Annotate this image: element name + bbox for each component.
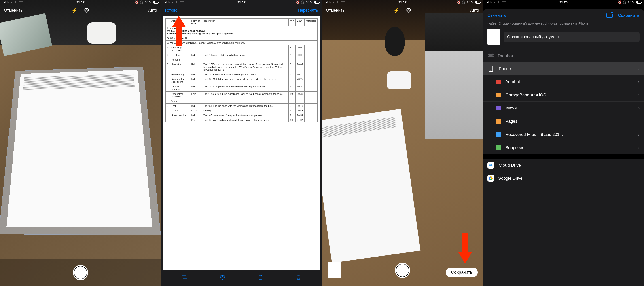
table-cell: Prediction <box>170 62 190 72</box>
table-cell <box>170 118 190 122</box>
table-cell <box>304 104 318 108</box>
table-cell <box>166 72 170 77</box>
retake-button[interactable]: Переснять <box>298 8 318 13</box>
folder-item[interactable]: Pages › <box>483 115 644 128</box>
table-row: Freer practiceIndTask 6A Write down five… <box>166 113 318 118</box>
network-label: LTE <box>340 0 345 4</box>
auto-button[interactable]: Авто <box>148 8 157 13</box>
table-cell: 6 <box>289 104 296 108</box>
location-icloud[interactable]: iCloud Drive › <box>483 159 644 172</box>
col-num <box>166 18 170 26</box>
delete-icon[interactable] <box>296 274 302 282</box>
table-cell: Task 3A Read the texts and check your an… <box>202 72 289 77</box>
auto-button[interactable]: Авто <box>470 8 479 13</box>
folder-item[interactable]: iMovie › <box>483 102 644 115</box>
table-cell <box>166 113 170 118</box>
flash-icon[interactable]: ⚡ <box>394 7 399 13</box>
folder-item[interactable]: Recovered Files – 8 авг. 201... › <box>483 128 644 141</box>
table-cell: 21:04 <box>296 118 304 122</box>
shutter-button[interactable] <box>395 263 410 278</box>
filter-icon[interactable] <box>406 7 411 13</box>
crop-icon[interactable] <box>182 274 188 282</box>
status-bar: lifecell LTE 21:17 ⏰ 🎧 30 % <box>0 0 161 4</box>
table-cell: 5 <box>289 45 296 53</box>
table-cell <box>304 77 318 84</box>
document-name-input[interactable]: Отсканированный документ <box>504 31 640 42</box>
headphones-icon: 🎧 <box>623 0 626 4</box>
status-bar: lifecell LTE 21:23 ⏰ 🎧 29 % <box>483 0 644 4</box>
screen-2-review: lifecell LTE 21:17 ⏰ 🎧 30 % Готово Перес… <box>161 0 322 286</box>
filter-icon[interactable] <box>84 7 89 13</box>
folder-label: Pages <box>505 119 518 124</box>
table-cell <box>304 53 318 57</box>
table-cell: Task 1 Match holidays with their dates <box>202 53 289 57</box>
scanned-document-preview: Activity Form of work description min St… <box>163 16 320 270</box>
battery-icon <box>314 1 319 3</box>
location-label: Google Drive <box>498 176 522 181</box>
table-cell: Gist reading <box>170 72 190 77</box>
filter-icon[interactable] <box>220 274 226 282</box>
table-cell <box>304 108 318 113</box>
icloud-icon <box>488 162 494 169</box>
table-cell <box>304 45 318 53</box>
table-cell: 20:47 <box>296 104 304 108</box>
gdrive-icon <box>488 175 494 182</box>
table-cell: Ind <box>190 84 202 92</box>
signal-icon <box>3 1 6 3</box>
location-iphone[interactable]: iPhone ⌵ <box>483 62 644 75</box>
battery-percent: 30 % <box>145 0 152 4</box>
save-button[interactable]: Сохранить <box>618 13 640 18</box>
table-cell: Task 2 Work with a partner. Look at the … <box>202 62 289 72</box>
table-row: TeachFrontDrilling420:53 <box>166 108 318 113</box>
table-cell: Ind <box>190 77 202 84</box>
new-folder-icon[interactable] <box>606 13 613 18</box>
chevron-right-icon: › <box>638 93 640 97</box>
rotate-icon[interactable] <box>258 274 264 282</box>
cancel-button[interactable]: Отменить <box>326 8 344 13</box>
cancel-button[interactable]: Отменить <box>488 13 506 18</box>
table-cell: Ind <box>190 104 202 108</box>
table-cell: 5 <box>166 62 170 72</box>
table-cell <box>166 84 170 92</box>
table-cell: 20:37 <box>296 92 304 99</box>
signal-icon <box>164 1 167 3</box>
scan-thumbnail[interactable] <box>328 262 341 278</box>
location-dropbox[interactable]: Dropbox <box>483 49 644 62</box>
table-cell <box>304 99 318 104</box>
table-cell: 1 <box>166 45 170 53</box>
flash-icon[interactable]: ⚡ <box>72 7 77 13</box>
col-start: Start <box>296 18 304 26</box>
chevron-right-icon: › <box>638 163 640 168</box>
table-row: 2Lead-inIndTask 1 Match holidays with th… <box>166 53 318 57</box>
table-cell: Ind <box>190 72 202 77</box>
table-cell: Teach <box>170 108 190 113</box>
cancel-button[interactable]: Отменить <box>4 8 22 13</box>
table-row: Reading for specific infIndTask 3B Match… <box>166 77 318 84</box>
table-cell: Vocab <box>170 99 190 104</box>
table-cell <box>304 62 318 72</box>
table-cell <box>304 57 318 62</box>
folder-item[interactable]: Snapseed › <box>483 141 644 154</box>
camera-footer <box>0 259 161 286</box>
folder-icon <box>495 144 502 151</box>
shutter-button[interactable] <box>73 265 88 280</box>
headphones-icon: 🎧 <box>140 0 144 4</box>
alarm-icon: ⏰ <box>134 0 138 4</box>
folder-item[interactable]: GarageBand для iOS › <box>483 88 644 102</box>
chevron-down-icon: ⌵ <box>637 66 640 71</box>
save-button[interactable]: Сохранить <box>446 268 478 277</box>
folder-item[interactable]: Acrobat › <box>483 75 644 88</box>
folder-label: Snapseed <box>505 145 524 150</box>
class-label: Holidays (Class 7) <box>166 36 318 41</box>
document-name-row: Отсканированный документ <box>483 29 644 49</box>
table-cell: 20:22 <box>296 77 304 84</box>
folder-icon <box>495 105 502 111</box>
location-gdrive[interactable]: Google Drive › <box>483 172 644 185</box>
table-cell <box>202 45 289 53</box>
table-cell: 8 <box>289 77 296 84</box>
done-button[interactable]: Готово <box>165 8 178 13</box>
review-top-toolbar: Готово Переснять <box>161 4 322 16</box>
chevron-right-icon: › <box>638 145 640 150</box>
status-bar: lifecell LTE 21:17 ⏰ 🎧 30 % <box>161 0 322 4</box>
battery-percent: 29 % <box>628 0 635 4</box>
